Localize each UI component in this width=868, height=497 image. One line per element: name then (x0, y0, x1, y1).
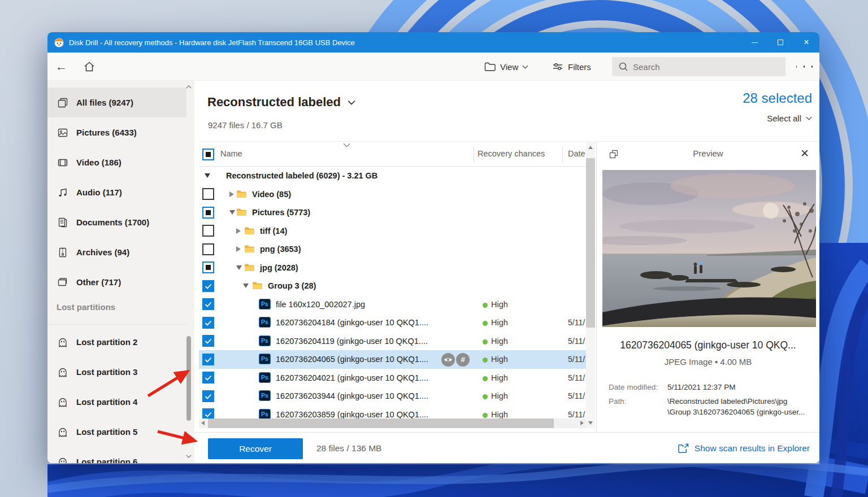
vertical-scroll-thumb[interactable] (586, 158, 595, 328)
file-row[interactable]: Ps1620736204119 (ginkgo-user 10 QKQ1....… (199, 332, 586, 351)
sidebar-item-lost-partition-5[interactable]: Lost partition 5 (47, 417, 186, 447)
expand-icon[interactable] (236, 228, 241, 234)
sidebar-item-audio[interactable]: Audio (117) (47, 177, 186, 207)
row-checkbox[interactable] (202, 207, 214, 219)
folder-icon (484, 62, 496, 72)
scroll-down-icon[interactable] (185, 455, 192, 458)
tree-row[interactable]: Video (85) (199, 185, 586, 204)
tree-row[interactable]: jpg (2028) (199, 259, 586, 277)
column-header-date[interactable]: Date (568, 149, 585, 158)
recover-button[interactable]: Recover (208, 438, 303, 459)
chevron-down-icon (348, 100, 355, 105)
row-checkbox[interactable] (202, 335, 214, 347)
documents-icon (57, 216, 69, 229)
column-header-recovery[interactable]: Recovery chances (478, 149, 545, 158)
collapse-icon[interactable] (236, 265, 242, 270)
hash-badge[interactable]: # (456, 353, 470, 367)
select-all-checkbox[interactable] (202, 149, 214, 160)
sidebar-item-lost-partition-4[interactable]: Lost partition 4 (47, 387, 186, 417)
file-row[interactable]: Ps1620736204021 (ginkgo-user 10 QKQ1....… (199, 369, 586, 387)
tree-row[interactable]: png (3653) (199, 240, 586, 259)
view-button[interactable]: View (484, 57, 528, 76)
row-checkbox[interactable] (202, 280, 214, 292)
row-checkbox[interactable] (202, 225, 214, 237)
sidebar-item-label: Lost partition 4 (76, 397, 137, 407)
row-checkbox[interactable] (202, 188, 214, 200)
path-label: Path: (609, 396, 667, 407)
filters-button[interactable]: Filters (552, 57, 591, 76)
sidebar-item-documents[interactable]: Documents (1700) (47, 207, 186, 237)
file-row[interactable]: Ps1620736203944 (ginkgo-user 10 QKQ1....… (199, 387, 586, 406)
back-button[interactable]: ← (55, 57, 67, 76)
search-box[interactable] (612, 57, 785, 76)
preview-image (602, 170, 816, 327)
home-button[interactable] (83, 57, 96, 76)
select-all-dropdown[interactable]: Select all (767, 114, 812, 123)
row-checkbox[interactable] (202, 298, 214, 310)
collapse-icon[interactable] (229, 210, 235, 215)
show-in-explorer-link[interactable]: Show scan results in Explorer (677, 433, 810, 463)
search-input[interactable] (633, 62, 769, 72)
row-checkbox[interactable] (202, 261, 214, 273)
minimize-button[interactable] (741, 32, 767, 53)
sidebar-item-lost-partition-3[interactable]: Lost partition 3 (47, 357, 186, 387)
disk-drill-window: Disk Drill - All recovery methods - Hard… (47, 32, 819, 463)
row-checkbox[interactable] (202, 317, 214, 329)
sidebar-item-video[interactable]: Video (186) (47, 147, 186, 177)
tree-row[interactable]: Group 3 (28) (199, 277, 586, 295)
file-row[interactable]: Psfile 160x120_002027.jpgHigh (199, 295, 586, 314)
row-checkbox[interactable] (202, 390, 214, 402)
date-cell: 5/11/2021 (568, 387, 585, 406)
recovery-chance-label: High (491, 295, 508, 314)
recovery-chance-dot (483, 413, 488, 418)
column-header-name[interactable]: Name (220, 149, 242, 158)
sidebar-item-archives[interactable]: Archives (94) (47, 237, 186, 267)
scroll-down-icon[interactable] (588, 421, 593, 425)
scroll-up-icon[interactable] (185, 85, 192, 89)
row-checkbox[interactable] (202, 243, 214, 255)
video-icon (57, 156, 69, 169)
tree-row[interactable]: Pictures (5773) (199, 203, 586, 222)
close-button[interactable]: × (793, 32, 819, 53)
sidebar-item-other[interactable]: Other (717) (47, 267, 186, 297)
maximize-button[interactable] (767, 32, 793, 53)
sidebar-item-all-files[interactable]: All files (9247) (47, 88, 186, 117)
expand-icon[interactable] (236, 246, 241, 252)
horizontal-scroll-thumb[interactable] (208, 418, 554, 428)
folder-icon (236, 208, 247, 216)
file-row[interactable]: Ps1620736204065 (ginkgo-user 10 QKQ1....… (199, 350, 586, 369)
more-options-button[interactable] (795, 57, 814, 76)
sidebar-scrollbar[interactable] (185, 81, 192, 463)
scan-session-dropdown[interactable]: Reconstructed labeled (207, 95, 355, 110)
scroll-right-icon[interactable] (580, 421, 584, 425)
tree-row[interactable]: Reconstructed labeled (6029) - 3.21 GB (199, 167, 586, 185)
file-name-label: 1620736204119 (ginkgo-user 10 QKQ1.... (276, 332, 428, 351)
preview-eye-badge[interactable] (441, 353, 455, 367)
explorer-icon (677, 443, 689, 454)
tree-row[interactable]: tiff (14) (199, 222, 586, 241)
scroll-up-icon[interactable] (588, 146, 593, 149)
scroll-left-icon[interactable] (201, 421, 205, 425)
sidebar-item-label: Lost partition 5 (76, 427, 137, 437)
row-checkbox[interactable] (202, 354, 214, 365)
row-checkbox[interactable] (202, 372, 214, 383)
recovery-chance-dot (483, 376, 488, 381)
folder-icon (236, 190, 247, 198)
expand-icon[interactable] (229, 191, 234, 197)
horizontal-scrollbar[interactable] (199, 418, 586, 428)
file-row[interactable]: Ps1620736204184 (ginkgo-user 10 QKQ1....… (199, 313, 586, 332)
ghost-icon (57, 336, 69, 348)
sidebar-scroll-thumb[interactable] (186, 336, 191, 421)
collapse-icon[interactable] (243, 284, 249, 288)
column-menu-chevron-icon[interactable] (343, 143, 350, 147)
sidebar-item-lost-partition-2[interactable]: Lost partition 2 (47, 327, 186, 357)
collapse-icon[interactable] (205, 173, 210, 178)
sidebar-item-label: Lost partition 6 (76, 457, 137, 463)
file-tree-table: Name Recovery chances Date Reconstructed… (199, 141, 595, 432)
preview-close-icon[interactable]: ✕ (798, 147, 811, 160)
recovery-chance-dot (483, 339, 488, 345)
sidebar-item-pictures[interactable]: Pictures (6433) (47, 117, 186, 147)
sidebar-item-lost-partition-6[interactable]: Lost partition 6 (47, 447, 186, 463)
column-separator (562, 146, 563, 163)
vertical-scrollbar[interactable] (586, 141, 595, 428)
